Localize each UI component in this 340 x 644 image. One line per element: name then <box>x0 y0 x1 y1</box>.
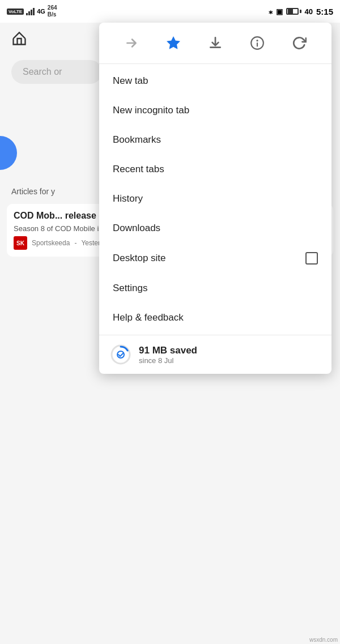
blue-circle-partial <box>0 136 17 170</box>
search-bar[interactable]: Search or <box>11 60 102 84</box>
menu-item-recent-tabs[interactable]: Recent tabs <box>99 155 332 184</box>
menu-item-help-feedback[interactable]: Help & feedback <box>99 303 332 332</box>
vibrate-icon: ▣ <box>276 7 283 16</box>
menu-toolbar <box>99 23 332 64</box>
svg-marker-8 <box>167 37 180 49</box>
source-name: Sportskeeda <box>32 239 70 247</box>
network-type: 4G <box>37 8 45 15</box>
signal-bars <box>26 7 35 15</box>
watermark: wsxdn.com <box>309 637 338 643</box>
source-icon: SK <box>14 236 27 250</box>
search-placeholder: Search or <box>23 67 62 76</box>
menu-item-settings[interactable]: Settings <box>99 274 332 303</box>
volte-badge: VoLTE <box>7 8 24 15</box>
bookmark-button[interactable] <box>162 32 185 54</box>
status-left: VoLTE 4G 264B/s <box>7 5 57 18</box>
desktop-site-checkbox[interactable] <box>305 252 318 265</box>
time-display: 5:15 <box>316 7 333 16</box>
menu-item-history[interactable]: History <box>99 184 332 214</box>
svg-point-12 <box>112 346 130 364</box>
battery-icon <box>286 8 301 15</box>
menu-item-new-tab[interactable]: New tab <box>99 66 332 96</box>
savings-icon <box>110 344 131 365</box>
context-menu: New tab New incognito tab Bookmarks Rece… <box>99 23 332 374</box>
data-speed: 264B/s <box>48 5 57 18</box>
source-separator: - <box>74 239 76 247</box>
home-icon <box>11 31 27 46</box>
bluetooth-icon: ⁎ <box>269 7 273 16</box>
battery-percent: 40 <box>305 7 313 16</box>
savings-footer: 91 MB saved since 8 Jul <box>99 335 332 374</box>
menu-item-bookmarks[interactable]: Bookmarks <box>99 125 332 155</box>
menu-item-downloads[interactable]: Downloads <box>99 214 332 243</box>
menu-items-list: New tab New incognito tab Bookmarks Rece… <box>99 64 332 335</box>
status-bar: VoLTE 4G 264B/s ⁎ ▣ 40 5:15 <box>0 0 340 23</box>
savings-since: since 8 Jul <box>139 356 197 365</box>
refresh-button[interactable] <box>288 32 311 54</box>
menu-item-desktop-site[interactable]: Desktop site <box>99 243 332 274</box>
savings-text: 91 MB saved since 8 Jul <box>139 345 197 365</box>
download-button[interactable] <box>204 32 227 54</box>
savings-amount: 91 MB saved <box>139 345 197 356</box>
forward-button[interactable] <box>120 32 143 54</box>
info-button[interactable] <box>246 32 269 54</box>
status-right: ⁎ ▣ 40 5:15 <box>269 7 334 16</box>
menu-item-new-incognito-tab[interactable]: New incognito tab <box>99 96 332 125</box>
